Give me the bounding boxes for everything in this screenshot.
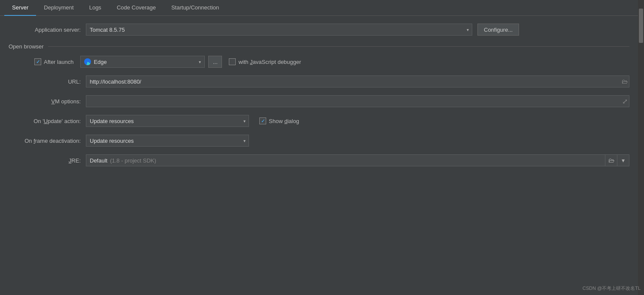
configure-button[interactable]: Configure... — [477, 24, 519, 36]
open-browser-label: Open browser — [9, 43, 44, 50]
tab-code-coverage[interactable]: Code Coverage — [109, 0, 164, 16]
on-frame-deactivation-label: On frame deactivation: — [9, 138, 86, 144]
section-divider — [48, 46, 629, 47]
url-input[interactable]: http://localhost:8080/ — [86, 75, 629, 87]
show-dialog-label: Show dialog — [269, 118, 299, 124]
tab-deployment[interactable]: Deployment — [36, 0, 81, 16]
application-server-dropdown[interactable]: Tomcat 8.5.75 — [86, 24, 472, 36]
after-launch-label: After launch — [44, 59, 73, 65]
jre-hint-text: (1.8 - project SDK) — [110, 157, 156, 164]
watermark: CSDN @不考上研不改名TL — [583, 285, 641, 292]
edge-browser-icon — [84, 58, 91, 65]
vm-options-row: VM options: ⤢ — [9, 95, 629, 107]
browser-dropdown[interactable]: Edge ▾ — [80, 56, 205, 68]
jre-input-area: Default (1.8 - project SDK) 🗁 ▾ — [86, 154, 629, 166]
application-server-label: Application server: — [9, 27, 86, 33]
after-launch-checkbox-wrapper[interactable]: After launch — [34, 58, 73, 65]
jre-label: JRE: — [9, 157, 86, 164]
js-debugger-label: with JavaScript debugger — [238, 59, 301, 65]
jre-value-display: Default (1.8 - project SDK) — [86, 154, 605, 166]
on-update-row: On 'Update' action: Update resources ▾ S… — [9, 115, 629, 127]
application-server-row: Application server: Tomcat 8.5.75 ▾ Conf… — [9, 24, 629, 36]
browse-browser-button[interactable]: ... — [208, 56, 222, 68]
on-update-label: On 'Update' action: — [9, 118, 86, 124]
url-row: URL: http://localhost:8080/ 🗁 — [9, 75, 629, 87]
vm-options-input-wrapper: ⤢ — [86, 95, 629, 107]
show-dialog-checkbox[interactable] — [259, 117, 266, 124]
on-frame-deactivation-row: On frame deactivation: Update resources … — [9, 135, 629, 147]
url-label: URL: — [9, 78, 86, 85]
on-frame-deactivation-dropdown[interactable]: Update resources — [86, 135, 249, 147]
tab-bar: Server Deployment Logs Code Coverage Sta… — [0, 0, 638, 16]
on-update-dropdown[interactable]: Update resources — [86, 115, 249, 127]
js-debugger-checkbox-wrapper[interactable]: with JavaScript debugger — [229, 58, 301, 65]
jre-folder-icon: 🗁 — [608, 157, 614, 164]
browser-value: Edge — [94, 59, 106, 65]
tab-startup-connection[interactable]: Startup/Connection — [164, 0, 227, 16]
browser-chevron-icon: ▾ — [199, 60, 201, 64]
vm-options-input[interactable] — [86, 95, 629, 107]
js-debugger-checkbox[interactable] — [229, 58, 236, 65]
tab-server[interactable]: Server — [4, 0, 36, 16]
url-input-wrapper: http://localhost:8080/ 🗁 — [86, 75, 629, 87]
jre-row: JRE: Default (1.8 - project SDK) 🗁 ▾ — [9, 154, 629, 166]
scrollbar-thumb[interactable] — [639, 9, 643, 43]
form-area: Application server: Tomcat 8.5.75 ▾ Conf… — [0, 16, 638, 295]
jre-default-text: Default — [90, 157, 107, 164]
after-launch-row: After launch Edge ▾ ... with J — [9, 56, 629, 68]
scrollbar[interactable] — [638, 0, 644, 295]
open-browser-section: Open browser — [9, 43, 629, 50]
jre-chevron-down-icon: ▾ — [622, 157, 625, 164]
jre-folder-button[interactable]: 🗁 — [605, 154, 617, 166]
vm-options-label: VM options: — [9, 98, 86, 105]
show-dialog-checkbox-wrapper[interactable]: Show dialog — [259, 117, 299, 124]
jre-dropdown-button[interactable]: ▾ — [617, 154, 629, 166]
after-launch-checkbox[interactable] — [34, 58, 41, 65]
tab-logs[interactable]: Logs — [82, 0, 109, 16]
